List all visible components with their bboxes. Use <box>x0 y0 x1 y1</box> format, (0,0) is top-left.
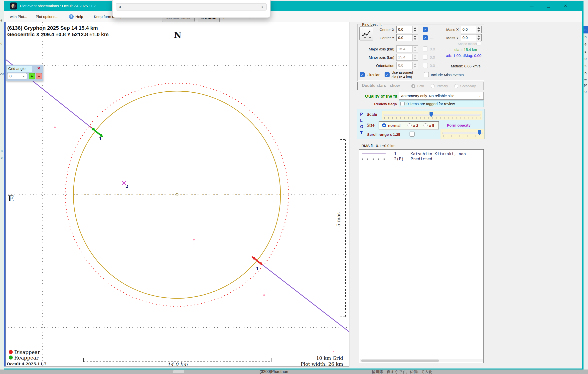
circular-checkbox[interactable] <box>360 72 365 77</box>
scroll-right-icon[interactable]: ► <box>261 5 264 9</box>
form-opacity-thumb[interactable] <box>478 130 481 135</box>
maximize-button[interactable]: ▢ <box>543 1 555 11</box>
minor-axis-spinbox[interactable]: 15.4 <box>396 54 418 61</box>
grid-angle-plus-button[interactable]: + <box>29 73 35 79</box>
center-y-spinner[interactable] <box>412 34 418 41</box>
mass-y-spinbox[interactable]: 0.0 <box>461 34 482 41</box>
scale-slider-thumb[interactable] <box>430 112 433 117</box>
chord-1-reappear-number: 1 <box>99 136 102 141</box>
review-flags-field: 0 items are tagged for review <box>399 100 484 107</box>
legend-disappear-label: Disappear <box>14 349 40 355</box>
list-horizontal-scrollbar[interactable] <box>360 359 483 362</box>
background-japanese-text: 輸川隊、自すぐです。仏信にて入化 <box>372 370 432 374</box>
predicted-line-sample <box>362 159 386 160</box>
grid-note: 10 km Grid <box>316 355 343 361</box>
size-normal-radio[interactable] <box>382 123 386 127</box>
include-miss-checkbox[interactable] <box>424 72 429 77</box>
shape-model-checkbox[interactable] <box>477 41 481 45</box>
scroll-range-checkbox[interactable] <box>410 132 415 137</box>
ab-note: a/b: 1.00, dMag: 0.00 <box>444 53 484 58</box>
size-x2-radio[interactable] <box>408 123 412 127</box>
close-button[interactable]: ✕ <box>560 1 572 11</box>
field-star-dot <box>333 351 334 352</box>
minor-axis-checkbox[interactable] <box>423 55 428 60</box>
center-x-spinbox[interactable]: 0.0 <box>396 26 418 33</box>
quality-select[interactable]: Astrometry only. No reliable size ⌄ <box>399 92 484 100</box>
minimize-button[interactable]: — <box>526 1 538 11</box>
moon-icon <box>11 4 16 8</box>
mass-x-spinbox[interactable]: 0.0 <box>461 26 482 33</box>
app-icon <box>10 2 17 9</box>
review-flags-label: Review flags <box>357 102 397 106</box>
right-sliver-text: ps <box>584 83 587 87</box>
shape-model-label: Shape model <box>458 42 477 46</box>
mass-x-label: Mass X <box>442 27 459 32</box>
chevron-down-icon: ⌄ <box>478 93 481 98</box>
chord-line-sample <box>362 154 386 154</box>
scrollbar-thumb[interactable] <box>361 360 439 362</box>
predicted-number: 2 <box>126 184 129 189</box>
center-y-checkbox[interactable] <box>423 35 428 40</box>
double-stars-primary-radio[interactable] <box>431 84 435 88</box>
floating-editor-window[interactable]: ◄ ► <box>112 0 271 18</box>
list-item[interactable]: 1 Katsuhiko Kitazaki, nea <box>359 151 483 157</box>
menu-help[interactable]: Help <box>75 11 83 22</box>
help-icon[interactable]: ? <box>69 14 74 19</box>
mass-x-value[interactable]: 0.0 <box>461 26 476 33</box>
form-opacity-track[interactable] <box>442 132 482 134</box>
grid-angle-close-icon[interactable]: ✕ <box>36 66 41 71</box>
major-axis-label: Major axis (km) <box>357 47 394 51</box>
grid-angle-select[interactable]: 0 ⌄ <box>7 73 27 79</box>
minor-axis-label: Minor axis (km) <box>357 55 394 59</box>
observation-name: Predicted <box>411 157 432 161</box>
minor-axis-spinner[interactable] <box>412 54 418 60</box>
double-stars-secondary-radio[interactable] <box>454 84 458 88</box>
right-sliver-text: s <box>585 49 587 53</box>
orientation-spinner[interactable] <box>412 62 418 69</box>
title-bar[interactable]: Plot event observations : Occult v.4.202… <box>4 1 584 11</box>
field-star-dot <box>193 239 195 240</box>
window-title: Plot event observations : Occult v.4.202… <box>20 1 96 11</box>
mass-y-spinner[interactable] <box>476 34 481 41</box>
menu-plot-options[interactable]: Plot options... <box>36 11 58 22</box>
major-axis-spinner[interactable] <box>412 46 418 52</box>
form-opacity-slider[interactable] <box>441 129 484 139</box>
left-sliver-text: 20 <box>0 72 3 76</box>
center-y-dashes: --- <box>430 36 434 40</box>
scroll-left-icon[interactable]: ◄ <box>118 5 121 9</box>
mass-x-spinner[interactable] <box>476 26 481 33</box>
center-x-dashes: --- <box>430 27 434 32</box>
center-y-value[interactable]: 0.0 <box>397 34 412 41</box>
plot-area[interactable]: (6136) Gryphon 2025 Sep 14 15.4 km Geoce… <box>5 22 349 367</box>
use-assumed-label-1: Use assumed <box>392 70 413 74</box>
menu-with-plot[interactable]: with Plot... <box>10 11 27 22</box>
horizontal-scrollbar[interactable]: ◄ ► <box>116 3 267 10</box>
double-stars-primary-label: Primary <box>437 84 448 88</box>
grid-angle-minus-button[interactable]: − <box>36 73 42 79</box>
observations-list[interactable]: 1 Katsuhiko Kitazaki, nea 2(P) Predicted <box>359 149 484 363</box>
use-assumed-checkbox[interactable] <box>385 72 390 77</box>
grid-angle-value: 0 <box>9 74 11 78</box>
mas-scale-label: 5 mas <box>336 212 341 226</box>
center-y-spinbox[interactable]: 0.0 <box>396 34 418 41</box>
observation-number: 2(P) <box>394 157 404 161</box>
size-x5-radio[interactable] <box>424 123 428 127</box>
list-item[interactable]: 2(P) Predicted <box>359 156 483 162</box>
scale-slider[interactable] <box>382 111 482 120</box>
double-stars-both-radio[interactable] <box>411 84 415 88</box>
grid-angle-panel[interactable]: Grid angle ✕ 0 ⌄ + − <box>6 65 43 81</box>
center-x-spinner[interactable] <box>412 26 418 33</box>
review-flags-checkbox[interactable] <box>400 102 405 106</box>
center-x-value[interactable]: 0.0 <box>397 26 412 33</box>
orientation-spinbox[interactable]: 0.0 <box>396 62 418 69</box>
mass-y-value[interactable]: 0.0 <box>461 34 476 41</box>
center-x-checkbox[interactable] <box>423 27 428 32</box>
major-axis-spinbox[interactable]: 15.4 <box>396 45 418 52</box>
menu-bar: with Plot... Plot options... ? Help Keep… <box>4 11 584 22</box>
background-window-right: s h e s e s h ra ps e <box>584 0 588 374</box>
major-axis-checkbox[interactable] <box>423 46 428 51</box>
form-opacity-label: Form opacity <box>447 123 470 127</box>
occultation-plot-canvas: (6136) Gryphon 2025 Sep 14 15.4 km Geoce… <box>6 22 349 367</box>
orientation-checkbox[interactable] <box>423 63 428 68</box>
size-x2-label: x 2 <box>413 123 418 128</box>
